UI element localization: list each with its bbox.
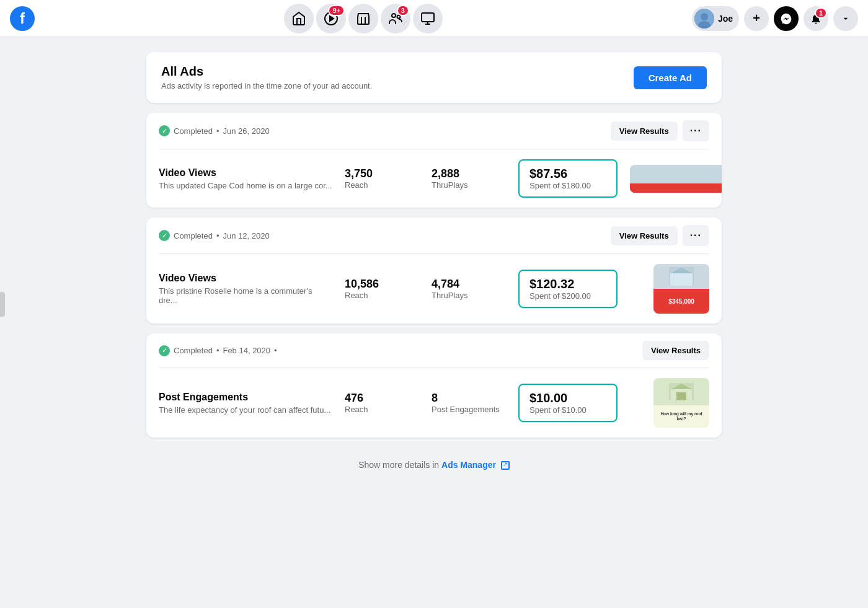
left-indicator [0,292,5,317]
gaming-icon [420,11,435,26]
check-symbol-3: ✓ [162,346,167,355]
nav-icons: 9+ 3 [35,4,692,33]
ad-2-description: This pristine Roselle home is a commuter… [159,286,332,305]
ad-3-stat1: 476 Reach [345,392,419,414]
ad-2-status-text: Completed [174,231,213,240]
svg-rect-17 [670,273,693,286]
check-symbol-2: ✓ [162,232,167,240]
view-results-button-3[interactable]: View Results [642,341,709,360]
ad-2-stat1: 10,586 Reach [345,278,419,300]
ad-3-dot-separator: • [216,346,219,355]
ad-1-budget-spent: Spent of $180.00 [529,181,606,190]
ad-3-stat2-value: 8 [432,392,506,405]
ad-1-thumb-top [630,165,722,183]
ad-card-1-header: ✓ Completed • Jun 26, 2020 View Results … [146,113,722,149]
ad-card-2-header: ✓ Completed • Jun 12, 2020 View Results … [146,218,722,253]
gaming-nav-button[interactable] [413,4,443,33]
create-ad-button[interactable]: Create Ad [634,66,707,89]
ad-3-body: Post Engagements The life expectancy of … [146,368,722,438]
user-name-label: Joe [718,14,733,24]
ad-2-budget-spent: Spent of $200.00 [529,291,606,301]
ad-3-status: ✓ Completed • Feb 14, 2020 • [159,345,277,356]
nav-left: f [10,6,35,31]
ad-1-actions: View Results ··· [611,120,709,141]
completed-icon-1: ✓ [159,125,170,136]
ad-2-date: Jun 12, 2020 [223,231,269,240]
check-symbol-1: ✓ [162,127,167,135]
ad-2-budget-amount: $120.32 [529,277,606,291]
ad-3-budget-spent: Spent of $10.00 [529,405,606,415]
all-ads-title: All Ads [161,64,372,79]
home-nav-button[interactable] [284,4,314,33]
ad-card-1: ✓ Completed • Jun 26, 2020 View Results … [146,113,722,208]
ad-1-thumb-bottom: OPEN HOUSE IN WHEATON [630,183,722,193]
more-dots-icon-1: ··· [690,125,702,136]
ad-2-stat2-value: 4,784 [432,278,506,291]
ad-2-thumbnail: $345,000 [653,264,709,314]
messenger-button[interactable] [774,6,799,31]
completed-icon-3: ✓ [159,345,170,356]
svg-point-4 [392,14,396,17]
ad-2-stat1-label: Reach [345,291,419,300]
ad-1-stat1-value: 3,750 [345,167,419,180]
ad-1-status: ✓ Completed • Jun 26, 2020 [159,125,270,136]
ad-card-3-header: ✓ Completed • Feb 14, 2020 • View Result… [146,333,722,368]
ad-3-description: The life expectancy of your roof can aff… [159,405,332,415]
ad-1-stat2: 2,888 ThruPlays [432,167,506,190]
groups-nav-button[interactable]: 3 [381,4,410,33]
external-link-icon [501,461,510,470]
svg-rect-6 [422,13,434,22]
ad-card-3: ✓ Completed • Feb 14, 2020 • View Result… [146,333,722,438]
ad-1-type: Video Views [159,167,332,178]
ad-3-status-text: Completed [174,346,213,355]
ad-2-actions: View Results ··· [611,225,709,246]
ad-3-thumb-bottom: How long will my roof last? [653,405,709,428]
footer-text: Show more details in [358,460,439,470]
house2-image-icon [669,267,694,286]
top-navigation: f 9+ [0,0,868,37]
roof-image-icon [669,383,694,400]
plus-icon: + [753,11,760,25]
ad-3-info: Post Engagements The life expectancy of … [159,392,332,415]
ads-manager-link[interactable]: Ads Manager [441,460,496,470]
ad-2-thumb-top [653,264,709,289]
marketplace-icon [356,11,371,26]
ad-2-info: Video Views This pristine Roselle home i… [159,273,332,305]
marketplace-nav-button[interactable] [348,4,378,33]
ad-3-actions: View Results [642,341,709,360]
more-options-button-2[interactable]: ··· [683,225,709,246]
chevron-down-icon [841,14,851,24]
notifications-button[interactable]: 1 [804,6,828,31]
view-results-button-1[interactable]: View Results [611,121,678,141]
avatar-image [694,9,714,29]
notifications-badge: 1 [815,7,827,19]
ad-3-thumbnail: How long will my roof last? [653,378,709,428]
ad-3-stat2-label: Post Engagements [432,405,506,414]
svg-rect-22 [676,392,686,400]
svg-marker-1 [330,16,334,21]
ad-1-budget-box: $87.56 Spent of $180.00 [518,159,618,198]
user-profile-button[interactable]: Joe [692,6,739,31]
ad-1-stat2-value: 2,888 [432,167,506,180]
ad-1-info: Video Views This updated Cape Cod home i… [159,167,332,190]
ad-1-thumbnail: OPEN HOUSE IN WHEATON [630,165,722,193]
all-ads-info: All Ads Ads activity is reported in the … [161,64,372,90]
ad-2-status: ✓ Completed • Jun 12, 2020 [159,230,270,241]
watch-nav-button[interactable]: 9+ [316,4,346,33]
ad-3-date: Feb 14, 2020 [223,346,270,355]
facebook-logo: f [10,6,35,31]
all-ads-subtitle: Ads activity is reported in the time zon… [161,81,372,90]
dropdown-button[interactable] [833,6,858,31]
ad-2-stat2: 4,784 ThruPlays [432,278,506,300]
ad-card-2: ✓ Completed • Jun 12, 2020 View Results … [146,218,722,324]
create-button[interactable]: + [744,6,769,31]
more-options-button-1[interactable]: ··· [683,120,709,141]
ad-1-status-text: Completed [174,126,213,136]
ad-1-stat1: 3,750 Reach [345,167,419,190]
ad-2-thumb-bottom: $345,000 [653,289,709,314]
completed-icon-2: ✓ [159,230,170,241]
ad-1-date: Jun 26, 2020 [223,126,269,136]
ad-2-stat1-value: 10,586 [345,278,419,291]
view-results-button-2[interactable]: View Results [611,226,678,245]
home-icon [291,11,306,26]
